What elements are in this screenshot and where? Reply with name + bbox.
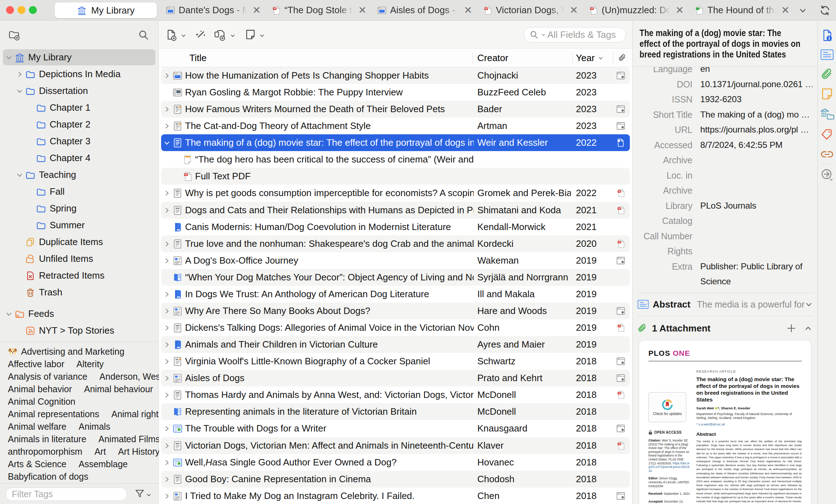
table-row[interactable]: Good Boy: Canine Representation in Cinem… [159, 471, 632, 488]
table-row[interactable]: True love and the nonhuman: Shakespeare'… [159, 235, 632, 252]
chevron-right-icon[interactable] [162, 437, 172, 454]
close-tab-icon[interactable]: ✕ [464, 5, 472, 15]
child-item-row[interactable]: Full Text PDF [159, 168, 632, 185]
zoom-window-button[interactable] [29, 6, 37, 14]
close-tab-icon[interactable]: ✕ [358, 5, 367, 15]
tag-item[interactable]: Anderson, Wes [99, 371, 160, 382]
tab-item[interactable]: Victorian Dogs, Victo✕ [477, 0, 583, 20]
table-row[interactable]: Thomas Hardy and Animals by Anna West, a… [159, 386, 632, 403]
tag-item[interactable]: Analysis of variance [8, 371, 87, 382]
add-by-identifier-icon[interactable] [194, 29, 207, 41]
column-header-creator[interactable]: Creator [477, 49, 508, 67]
table-row[interactable]: How Famous Writers Mourned the Death of … [159, 101, 632, 118]
sidebar-item-summer[interactable]: Summer [0, 217, 158, 234]
new-item-icon[interactable] [165, 29, 178, 41]
field-value[interactable]: PLoS Journals [700, 198, 812, 229]
minimize-window-button[interactable] [18, 6, 25, 14]
tag-item[interactable]: Animals [79, 421, 110, 432]
chevron-right-icon[interactable] [162, 370, 172, 386]
field-value[interactable]: Publisher: Public Library of Science [700, 259, 812, 289]
field-value[interactable] [700, 244, 812, 259]
tag-item[interactable]: Art History [118, 446, 160, 457]
sidebar-item-chapter-4[interactable]: Chapter 4 [0, 150, 158, 166]
new-collection-icon[interactable] [8, 29, 21, 41]
new-note-chevron-icon[interactable] [259, 33, 265, 39]
table-row[interactable]: Animals and Their Children in Victorian … [159, 336, 632, 353]
tab-item[interactable]: (Un)muzzled: Dogs i✕ [583, 0, 689, 20]
sidebar-item-my-library[interactable]: My Library [0, 49, 158, 66]
sidenav-attachments-icon[interactable] [820, 67, 834, 81]
table-row[interactable]: The Trouble with Dogs for a WriterKnausg… [159, 420, 632, 437]
table-row[interactable]: Why Are There So Many Books About Dogs?H… [159, 303, 632, 319]
chevron-right-icon[interactable] [162, 303, 172, 319]
field-value[interactable]: en [700, 67, 812, 77]
chevron-right-icon[interactable] [162, 471, 172, 488]
tag-item[interactable]: Animated Films [99, 434, 160, 444]
tag-item[interactable]: Art [94, 446, 106, 457]
table-row[interactable]: Well, Has a Single Good Author Ever Owne… [159, 454, 632, 471]
sidenav-info-icon[interactable] [820, 29, 834, 42]
sidebar-item-chapter-2[interactable]: Chapter 2 [0, 116, 158, 133]
tag-item[interactable]: Animal behaviour [84, 384, 153, 394]
tab-list-chevron-icon[interactable] [798, 6, 807, 15]
chevron-right-icon[interactable] [162, 353, 172, 370]
close-tab-icon[interactable]: ✕ [676, 5, 684, 15]
tab-item[interactable]: Dante's Dogs - Mang✕ [160, 0, 266, 20]
close-window-button[interactable] [6, 6, 14, 14]
table-row[interactable]: Canis Modernis: Human/Dog Coevolution in… [159, 219, 632, 235]
chevron-right-icon[interactable] [162, 235, 172, 252]
search-chevron-icon[interactable] [541, 32, 546, 38]
field-value[interactable] [700, 229, 812, 244]
close-tab-icon[interactable]: ✕ [781, 5, 790, 15]
sidebar-item-feeds[interactable]: Feeds [0, 305, 158, 322]
table-row[interactable]: Dickens's Talking Dogs: Allegories of An… [159, 319, 632, 336]
attachments-section-header[interactable]: 1 Attachment [633, 316, 817, 340]
column-header-year[interactable]: Year [576, 49, 604, 67]
tag-item[interactable]: Animal welfare [8, 421, 66, 432]
sidenav-related-icon[interactable] [820, 149, 834, 160]
sidenav-libraries-collections-icon[interactable] [820, 107, 835, 121]
tab-my-library[interactable]: My Library [55, 3, 157, 18]
sync-icon[interactable] [819, 4, 831, 16]
sidebar-item-chapter-3[interactable]: Chapter 3 [0, 133, 158, 150]
field-value[interactable]: https://journals.plos.org/pl … [700, 122, 812, 138]
close-tab-icon[interactable]: ✕ [253, 5, 261, 15]
field-value[interactable]: 8/7/2024, 6:42:55 PM [700, 138, 812, 153]
chevron-down-icon[interactable] [4, 310, 14, 318]
table-row[interactable]: The Cat-and-Dog Theory of Attachment Sty… [159, 118, 632, 134]
abstract-section[interactable]: Abstract The media is a powerful forc… [633, 293, 817, 316]
add-attachment-icon[interactable] [213, 29, 227, 41]
chevron-right-icon[interactable] [162, 101, 172, 118]
field-value[interactable] [700, 153, 812, 168]
sidebar-item-trash[interactable]: Trash [0, 284, 158, 301]
search-box[interactable] [524, 27, 626, 43]
tag-filter-chevron-icon[interactable] [146, 492, 152, 498]
table-row[interactable]: Dogs and Cats and Their Relationships wi… [159, 202, 632, 219]
tag-item[interactable]: Animal representations [8, 409, 99, 419]
sidebar-item-spring[interactable]: Spring [0, 200, 158, 217]
chevron-right-icon[interactable] [162, 185, 172, 201]
field-value[interactable]: 8/7/2024, 6:42:55 PM [700, 289, 812, 293]
new-note-icon[interactable] [244, 29, 257, 41]
tab-item[interactable]: The Hound of the Ba✕ [689, 0, 795, 20]
table-row[interactable]: How the Humanization of Pets Is Changing… [159, 67, 632, 84]
close-tab-icon[interactable]: ✕ [570, 5, 578, 15]
search-input[interactable] [547, 29, 622, 40]
table-row[interactable]: In Dogs We Trust: An Anthology of Americ… [159, 286, 632, 303]
table-row[interactable]: A Dog's Box-Office JourneyWakeman2019 [159, 252, 632, 269]
chevron-right-icon[interactable] [162, 252, 172, 269]
child-item-row[interactable]: “The dog hero has been critical to the s… [159, 151, 632, 168]
field-value[interactable]: 1932-6203 [700, 92, 812, 107]
new-item-chevron-icon[interactable] [180, 33, 186, 39]
tag-item[interactable]: Arts & Science [8, 459, 66, 469]
sidebar-item-unfiled-items[interactable]: Unfiled Items [0, 250, 158, 267]
add-attachment-plus-icon[interactable] [787, 324, 796, 333]
sidenav-locate-icon[interactable] [820, 168, 834, 182]
column-header-title[interactable]: Title [189, 49, 206, 67]
chevron-right-icon[interactable] [162, 118, 172, 134]
sidebar-item-dissertation[interactable]: Dissertation [0, 83, 158, 99]
attachments-collapse-chevron-icon[interactable] [804, 324, 812, 333]
sidenav-tags-icon[interactable] [820, 127, 834, 141]
tab-item[interactable]: “The Dog Stole the P✕ [266, 0, 372, 20]
tag-filter-icon[interactable] [134, 488, 145, 499]
